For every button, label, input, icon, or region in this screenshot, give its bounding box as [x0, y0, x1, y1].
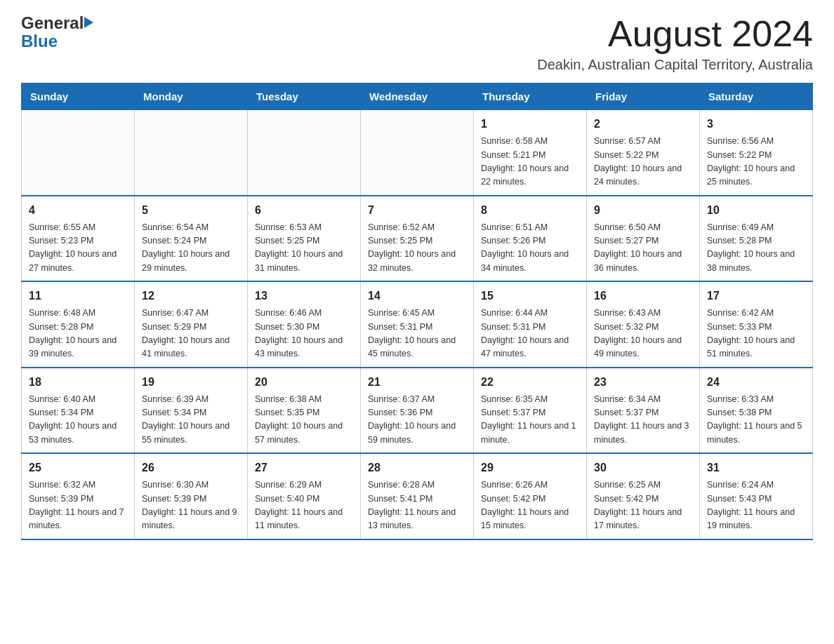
day-info: Sunrise: 6:56 AM Sunset: 5:22 PM Dayligh…	[707, 135, 805, 189]
calendar-cell: 24Sunrise: 6:33 AM Sunset: 5:38 PM Dayli…	[700, 368, 813, 454]
day-number: 28	[368, 459, 466, 476]
logo-general-text: General	[21, 14, 84, 32]
calendar-week-row: 1Sunrise: 6:58 AM Sunset: 5:21 PM Daylig…	[22, 110, 813, 196]
day-info: Sunrise: 6:57 AM Sunset: 5:22 PM Dayligh…	[594, 135, 692, 189]
day-info: Sunrise: 6:39 AM Sunset: 5:34 PM Dayligh…	[142, 393, 240, 448]
calendar-cell: 26Sunrise: 6:30 AM Sunset: 5:39 PM Dayli…	[135, 453, 248, 539]
calendar-cell: 30Sunrise: 6:25 AM Sunset: 5:42 PM Dayli…	[587, 453, 700, 539]
calendar-cell: 22Sunrise: 6:35 AM Sunset: 5:37 PM Dayli…	[474, 368, 587, 454]
day-info: Sunrise: 6:29 AM Sunset: 5:40 PM Dayligh…	[255, 478, 353, 533]
day-number: 23	[594, 374, 692, 391]
day-number: 11	[29, 288, 127, 304]
day-number: 10	[707, 202, 805, 219]
day-info: Sunrise: 6:35 AM Sunset: 5:37 PM Dayligh…	[481, 393, 579, 448]
calendar-cell: 11Sunrise: 6:48 AM Sunset: 5:28 PM Dayli…	[22, 281, 135, 368]
calendar-cell: 12Sunrise: 6:47 AM Sunset: 5:29 PM Dayli…	[135, 281, 248, 368]
calendar-cell: 8Sunrise: 6:51 AM Sunset: 5:26 PM Daylig…	[474, 196, 587, 282]
calendar-cell: 19Sunrise: 6:39 AM Sunset: 5:34 PM Dayli…	[135, 368, 248, 454]
calendar-cell: 17Sunrise: 6:42 AM Sunset: 5:33 PM Dayli…	[700, 281, 813, 368]
day-info: Sunrise: 6:58 AM Sunset: 5:21 PM Dayligh…	[481, 135, 579, 189]
day-info: Sunrise: 6:25 AM Sunset: 5:42 PM Dayligh…	[594, 478, 692, 533]
day-number: 24	[707, 374, 805, 391]
calendar-week-row: 4Sunrise: 6:55 AM Sunset: 5:23 PM Daylig…	[22, 196, 813, 282]
calendar-cell: 5Sunrise: 6:54 AM Sunset: 5:24 PM Daylig…	[135, 196, 248, 282]
calendar-week-row: 11Sunrise: 6:48 AM Sunset: 5:28 PM Dayli…	[22, 281, 813, 368]
day-number: 26	[142, 459, 240, 476]
day-number: 5	[142, 202, 240, 219]
calendar-header-monday: Monday	[135, 83, 248, 110]
day-info: Sunrise: 6:51 AM Sunset: 5:26 PM Dayligh…	[481, 221, 579, 276]
calendar-cell: 31Sunrise: 6:24 AM Sunset: 5:43 PM Dayli…	[700, 453, 813, 539]
day-number: 16	[594, 288, 692, 304]
day-info: Sunrise: 6:33 AM Sunset: 5:38 PM Dayligh…	[707, 393, 805, 448]
day-number: 15	[481, 288, 579, 304]
calendar-header-tuesday: Tuesday	[248, 83, 361, 110]
calendar-cell: 13Sunrise: 6:46 AM Sunset: 5:30 PM Dayli…	[248, 281, 361, 368]
logo-arrow-icon	[84, 17, 93, 28]
location-title: Deakin, Australian Capital Territory, Au…	[537, 57, 813, 73]
day-info: Sunrise: 6:38 AM Sunset: 5:35 PM Dayligh…	[255, 393, 353, 448]
calendar-cell: 25Sunrise: 6:32 AM Sunset: 5:39 PM Dayli…	[22, 453, 135, 539]
calendar-cell: 29Sunrise: 6:26 AM Sunset: 5:42 PM Dayli…	[474, 453, 587, 539]
day-number: 18	[29, 374, 127, 391]
day-info: Sunrise: 6:53 AM Sunset: 5:25 PM Dayligh…	[255, 221, 353, 276]
day-number: 20	[255, 374, 353, 391]
calendar-header-thursday: Thursday	[474, 83, 587, 110]
day-info: Sunrise: 6:54 AM Sunset: 5:24 PM Dayligh…	[142, 221, 240, 276]
day-info: Sunrise: 6:26 AM Sunset: 5:42 PM Dayligh…	[481, 478, 579, 533]
day-info: Sunrise: 6:43 AM Sunset: 5:32 PM Dayligh…	[594, 307, 692, 361]
calendar-cell: 3Sunrise: 6:56 AM Sunset: 5:22 PM Daylig…	[700, 110, 813, 196]
calendar-header-saturday: Saturday	[700, 83, 813, 110]
calendar-cell: 9Sunrise: 6:50 AM Sunset: 5:27 PM Daylig…	[587, 196, 700, 282]
day-info: Sunrise: 6:37 AM Sunset: 5:36 PM Dayligh…	[368, 393, 466, 448]
day-info: Sunrise: 6:55 AM Sunset: 5:23 PM Dayligh…	[29, 221, 127, 276]
calendar-table: SundayMondayTuesdayWednesdayThursdayFrid…	[21, 83, 813, 540]
day-number: 1	[481, 116, 579, 133]
calendar-cell: 14Sunrise: 6:45 AM Sunset: 5:31 PM Dayli…	[361, 281, 474, 368]
day-number: 30	[594, 459, 692, 476]
day-number: 17	[707, 288, 805, 304]
month-title: August 2024	[537, 14, 813, 54]
day-number: 12	[142, 288, 240, 304]
day-info: Sunrise: 6:49 AM Sunset: 5:28 PM Dayligh…	[707, 221, 805, 276]
calendar-cell: 6Sunrise: 6:53 AM Sunset: 5:25 PM Daylig…	[248, 196, 361, 282]
calendar-cell	[135, 110, 248, 196]
calendar-cell	[22, 110, 135, 196]
title-section: August 2024 Deakin, Australian Capital T…	[537, 14, 813, 73]
calendar-cell: 2Sunrise: 6:57 AM Sunset: 5:22 PM Daylig…	[587, 110, 700, 196]
day-info: Sunrise: 6:50 AM Sunset: 5:27 PM Dayligh…	[594, 221, 692, 276]
day-number: 2	[594, 116, 692, 133]
day-number: 31	[707, 459, 805, 476]
calendar-cell: 23Sunrise: 6:34 AM Sunset: 5:37 PM Dayli…	[587, 368, 700, 454]
day-number: 7	[368, 202, 466, 219]
day-number: 8	[481, 202, 579, 219]
calendar-cell: 27Sunrise: 6:29 AM Sunset: 5:40 PM Dayli…	[248, 453, 361, 539]
day-info: Sunrise: 6:45 AM Sunset: 5:31 PM Dayligh…	[368, 307, 466, 361]
day-number: 21	[368, 374, 466, 391]
day-number: 22	[481, 374, 579, 391]
day-info: Sunrise: 6:47 AM Sunset: 5:29 PM Dayligh…	[142, 307, 240, 361]
calendar-cell: 1Sunrise: 6:58 AM Sunset: 5:21 PM Daylig…	[474, 110, 587, 196]
calendar-week-row: 18Sunrise: 6:40 AM Sunset: 5:34 PM Dayli…	[22, 368, 813, 454]
calendar-cell: 20Sunrise: 6:38 AM Sunset: 5:35 PM Dayli…	[248, 368, 361, 454]
day-info: Sunrise: 6:42 AM Sunset: 5:33 PM Dayligh…	[707, 307, 805, 361]
day-number: 3	[707, 116, 805, 133]
calendar-cell: 10Sunrise: 6:49 AM Sunset: 5:28 PM Dayli…	[700, 196, 813, 282]
day-number: 9	[594, 202, 692, 219]
day-info: Sunrise: 6:44 AM Sunset: 5:31 PM Dayligh…	[481, 307, 579, 361]
calendar-cell: 16Sunrise: 6:43 AM Sunset: 5:32 PM Dayli…	[587, 281, 700, 368]
day-number: 6	[255, 202, 353, 219]
calendar-cell: 7Sunrise: 6:52 AM Sunset: 5:25 PM Daylig…	[361, 196, 474, 282]
day-number: 27	[255, 459, 353, 476]
calendar-header-sunday: Sunday	[22, 83, 135, 110]
calendar-header-wednesday: Wednesday	[361, 83, 474, 110]
day-number: 19	[142, 374, 240, 391]
calendar-cell: 21Sunrise: 6:37 AM Sunset: 5:36 PM Dayli…	[361, 368, 474, 454]
calendar-cell	[361, 110, 474, 196]
logo: General Blue	[21, 14, 93, 51]
day-number: 29	[481, 459, 579, 476]
calendar-cell	[248, 110, 361, 196]
page-header: General Blue August 2024 Deakin, Austral…	[21, 14, 813, 73]
calendar-week-row: 25Sunrise: 6:32 AM Sunset: 5:39 PM Dayli…	[22, 453, 813, 539]
day-info: Sunrise: 6:34 AM Sunset: 5:37 PM Dayligh…	[594, 393, 692, 448]
